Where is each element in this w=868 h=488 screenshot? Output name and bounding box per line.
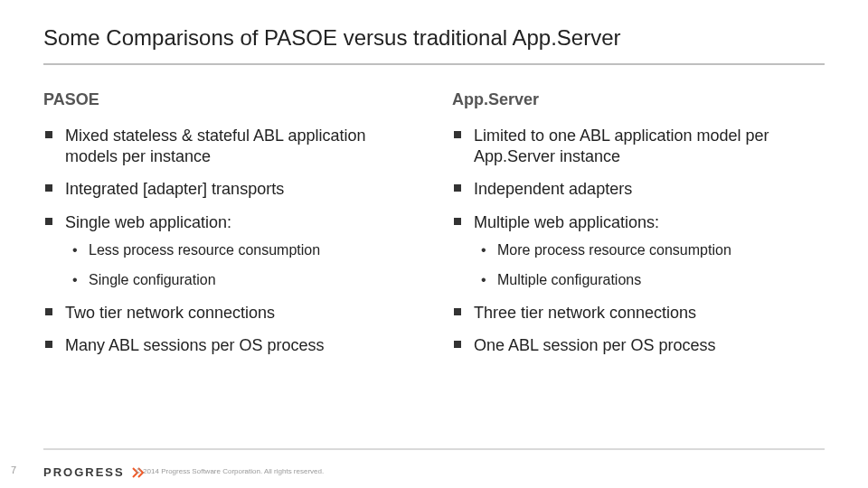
list-item: Multiple web applications: More process … xyxy=(452,212,825,290)
bullet-text: Independent adapters xyxy=(474,180,632,198)
sub-bullet-list: More process resource consumption Multip… xyxy=(474,241,825,290)
column-appserver: App.Server Limited to one ABL applicatio… xyxy=(452,90,825,369)
bullet-list-right: Limited to one ABL application model per… xyxy=(452,126,825,356)
brand-wordmark: PROGRESS xyxy=(43,465,125,479)
list-item: More process resource consumption xyxy=(474,241,825,260)
footer: 7 PROGRESS © 2014 Progress Software Corp… xyxy=(0,450,868,488)
column-header-right: App.Server xyxy=(452,90,825,109)
bullet-text: One ABL session per OS process xyxy=(474,336,715,354)
comparison-columns: PASOE Mixed stateless & stateful ABL app… xyxy=(43,90,825,369)
list-item: Less process resource consumption xyxy=(65,241,416,260)
list-item: Multiple configurations xyxy=(474,271,825,290)
bullet-text: Two tier network connections xyxy=(65,304,275,322)
list-item: Limited to one ABL application model per… xyxy=(452,126,825,166)
column-header-left: PASOE xyxy=(43,90,416,109)
sub-bullet-text: Less process resource consumption xyxy=(89,242,320,258)
copyright-text: © 2014 Progress Software Corporation. Al… xyxy=(136,467,324,475)
column-pasoe: PASOE Mixed stateless & stateful ABL app… xyxy=(43,90,416,369)
sub-bullet-text: More process resource consumption xyxy=(497,242,731,258)
bullet-text: Three tier network connections xyxy=(474,304,696,322)
list-item: One ABL session per OS process xyxy=(452,335,825,356)
list-item: Three tier network connections xyxy=(452,303,825,324)
bullet-text: Integrated [adapter] transports xyxy=(65,180,284,198)
page-number: 7 xyxy=(11,465,16,475)
bullet-text: Multiple web applications: xyxy=(474,213,659,231)
bullet-text: Many ABL sessions per OS process xyxy=(65,336,324,354)
list-item: Integrated [adapter] transports xyxy=(43,179,416,200)
bullet-text: Single web application: xyxy=(65,213,231,231)
sub-bullet-text: Single configuration xyxy=(89,272,216,287)
list-item: Single configuration xyxy=(65,271,416,290)
list-item: Many ABL sessions per OS process xyxy=(43,335,416,356)
brand: PROGRESS xyxy=(43,465,148,479)
list-item: Two tier network connections xyxy=(43,303,416,324)
sub-bullet-list: Less process resource consumption Single… xyxy=(65,241,416,290)
bullet-list-left: Mixed stateless & stateful ABL applicati… xyxy=(43,126,416,356)
title-divider xyxy=(43,63,825,65)
list-item: Single web application: Less process res… xyxy=(43,212,416,290)
bullet-text: Mixed stateless & stateful ABL applicati… xyxy=(65,127,366,165)
sub-bullet-text: Multiple configurations xyxy=(497,272,641,287)
list-item: Mixed stateless & stateful ABL applicati… xyxy=(43,126,416,166)
slide-title: Some Comparisons of PASOE versus traditi… xyxy=(43,25,825,51)
slide: Some Comparisons of PASOE versus traditi… xyxy=(0,0,868,488)
list-item: Independent adapters xyxy=(452,179,825,200)
bullet-text: Limited to one ABL application model per… xyxy=(474,127,769,165)
